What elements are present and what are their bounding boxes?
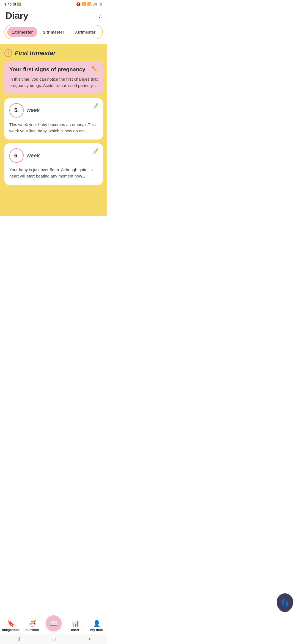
battery-text: 3% [93, 2, 97, 6]
music-icon[interactable]: ♪ [98, 11, 102, 20]
edit-signs-button[interactable]: ✏️ [92, 66, 98, 72]
pregnancy-signs-title: Your first signs of pregnancy [9, 66, 98, 73]
notification-icons: 🖼 ✅ [13, 2, 21, 6]
status-icons: 🔇 📶 📶 3% 🔋 [76, 2, 103, 6]
pregnancy-signs-text: In this time, you can notice the first c… [9, 76, 98, 89]
section-header: i First trimester [4, 49, 103, 57]
week-6-number: 6. [14, 152, 19, 159]
week-5-header: 5. week [9, 103, 98, 118]
week-5-circle: 5. [9, 103, 24, 118]
trimester-1-button[interactable]: 1.trimester [7, 27, 37, 37]
mute-icon: 🔇 [76, 2, 81, 6]
week-5-label: week [26, 107, 40, 113]
wifi-icon: 📶 [82, 2, 86, 6]
status-bar: 9:46 🖼 ✅ 🔇 📶 📶 3% 🔋 [0, 0, 107, 7]
week-6-circle: 6. [9, 148, 24, 163]
page-title: Diary [6, 10, 28, 21]
section-title: First trimester [15, 50, 56, 57]
week-5-number: 5. [14, 107, 19, 113]
trimester-2-button[interactable]: 2.trimester [38, 27, 69, 37]
trimester-container: 1.trimester 2.trimester 3.trimester [0, 25, 107, 44]
week-6-text: Your baby is just over 5mm. Although qui… [9, 167, 98, 179]
week-5-card: 5. week This week your baby becomes an e… [4, 98, 103, 140]
info-icon: i [4, 49, 12, 57]
trimester-selector: 1.trimester 2.trimester 3.trimester [4, 25, 103, 39]
signal-icon: 📶 [87, 2, 92, 6]
week-6-label: week [26, 152, 40, 159]
week-6-header: 6. week [9, 148, 98, 163]
main-content: i First trimester Your first signs of pr… [0, 44, 107, 216]
trimester-3-button[interactable]: 3.trimester [70, 27, 100, 37]
week-5-text: This week your baby becomes an embryo. T… [9, 121, 98, 134]
app-header: Diary ♪ [0, 7, 107, 25]
status-time: 9:46 🖼 ✅ [4, 2, 21, 6]
edit-week5-button[interactable]: 📝 [92, 103, 98, 109]
pregnancy-signs-card: Your first signs of pregnancy In this ti… [4, 61, 103, 94]
edit-week6-button[interactable]: 📝 [92, 148, 98, 154]
time-display: 9:46 [4, 2, 12, 6]
week-6-card: 6. week Your baby is just over 5mm. Alth… [4, 143, 103, 185]
battery-icon: 🔋 [98, 2, 103, 6]
